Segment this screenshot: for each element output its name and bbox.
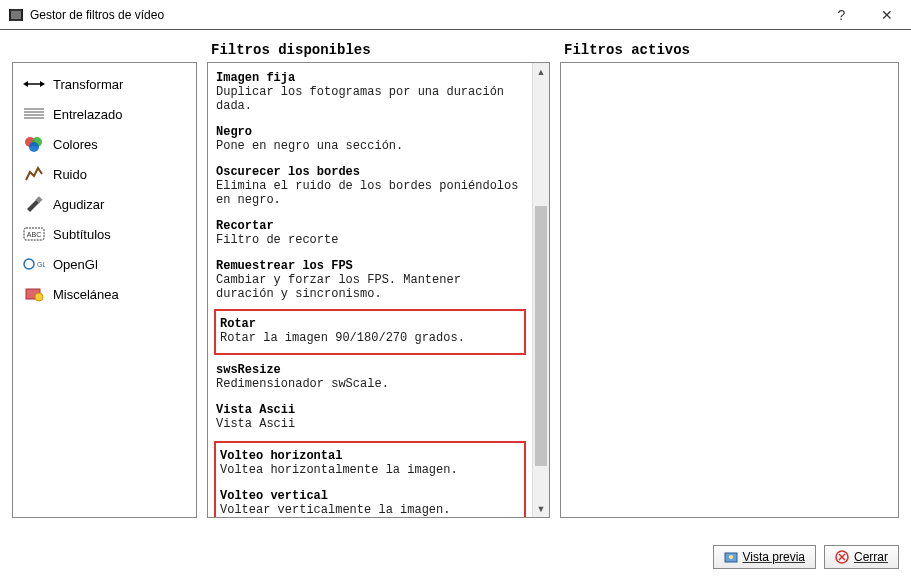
close-button[interactable]: Cerrar — [824, 545, 899, 569]
filter-desc: Voltear verticalmente la imagen. — [220, 503, 520, 517]
filter-vista-ascii[interactable]: Vista Ascii Vista Ascii — [214, 399, 526, 439]
titlebar: Gestor de filtros de vídeo ? ✕ — [0, 0, 911, 30]
filter-desc: Pone en negro una sección. — [216, 139, 524, 153]
filter-desc: Vista Ascii — [216, 417, 524, 431]
svg-point-22 — [729, 555, 733, 559]
filter-name: swsResize — [216, 363, 524, 377]
filter-desc: Redimensionador swScale. — [216, 377, 524, 391]
available-filters-list[interactable]: Imagen fija Duplicar los fotogramas por … — [208, 63, 532, 517]
available-filters-panel: Imagen fija Duplicar los fotogramas por … — [207, 62, 550, 518]
close-icon — [835, 550, 849, 564]
filter-imagen-fija[interactable]: Imagen fija Duplicar los fotogramas por … — [214, 67, 526, 121]
filter-name: Imagen fija — [216, 71, 524, 85]
preview-label: Vista previa — [743, 550, 805, 564]
filter-remuestrear-fps[interactable]: Remuestrear los FPS Cambiar y forzar los… — [214, 255, 526, 309]
colors-icon — [23, 135, 45, 153]
category-miscelanea[interactable]: Miscelánea — [13, 279, 196, 309]
scroll-down-icon[interactable]: ▼ — [533, 500, 549, 517]
filter-desc: Duplicar los fotogramas por una duración… — [216, 85, 524, 113]
active-filters-panel[interactable] — [560, 62, 899, 518]
filter-recortar[interactable]: Recortar Filtro de recorte — [214, 215, 526, 255]
sharpen-icon — [23, 195, 45, 213]
filter-volteo-vertical[interactable]: Volteo vertical Voltear verticalmente la… — [218, 485, 522, 517]
filter-name: Remuestrear los FPS — [216, 259, 524, 273]
filter-desc: Elimina el ruido de los bordes poniéndol… — [216, 179, 524, 207]
filter-desc: Cambiar y forzar los FPS. Mantener durac… — [216, 273, 524, 301]
filter-name: Volteo horizontal — [220, 449, 520, 463]
available-scrollbar[interactable]: ▲ ▼ — [532, 63, 549, 517]
close-label: Cerrar — [854, 550, 888, 564]
highlight-volteo: Volteo horizontal Voltea horizontalmente… — [214, 441, 526, 517]
highlight-rotar: Rotar Rotar la imagen 90/180/270 grados. — [214, 309, 526, 355]
category-label: Entrelazado — [53, 107, 122, 122]
content-area: Transformar Entrelazado Colores Ruido Ag… — [0, 30, 911, 530]
svg-rect-1 — [11, 11, 21, 19]
category-ruido[interactable]: Ruido — [13, 159, 196, 189]
scroll-thumb[interactable] — [535, 206, 547, 466]
button-row: Vista previa Cerrar — [713, 545, 900, 569]
category-label: Subtítulos — [53, 227, 111, 242]
filter-desc: Rotar la imagen 90/180/270 grados. — [220, 331, 520, 345]
category-colores[interactable]: Colores — [13, 129, 196, 159]
filter-desc: Filtro de recorte — [216, 233, 524, 247]
svg-marker-6 — [40, 81, 45, 87]
svg-text:GL: GL — [37, 261, 45, 268]
categories-panel: Transformar Entrelazado Colores Ruido Ag… — [12, 62, 197, 518]
misc-icon — [23, 285, 45, 303]
filter-name: Oscurecer los bordes — [216, 165, 524, 179]
window-title: Gestor de filtros de vídeo — [30, 8, 819, 22]
svg-point-17 — [24, 259, 34, 269]
category-opengl[interactable]: GL OpenGl — [13, 249, 196, 279]
noise-icon — [23, 165, 45, 183]
filter-oscurecer-bordes[interactable]: Oscurecer los bordes Elimina el ruido de… — [214, 161, 526, 215]
filter-negro[interactable]: Negro Pone en negro una sección. — [214, 121, 526, 161]
scroll-up-icon[interactable]: ▲ — [533, 63, 549, 80]
interlace-icon — [23, 105, 45, 123]
preview-button[interactable]: Vista previa — [713, 545, 816, 569]
category-agudizar[interactable]: Agudizar — [13, 189, 196, 219]
svg-point-20 — [35, 293, 43, 301]
help-button[interactable]: ? — [819, 0, 864, 30]
filter-desc: Voltea horizontalmente la imagen. — [220, 463, 520, 477]
filter-name: Rotar — [220, 317, 520, 331]
preview-icon — [724, 550, 738, 564]
filter-name: Vista Ascii — [216, 403, 524, 417]
svg-text:ABC: ABC — [27, 231, 41, 238]
filter-name: Recortar — [216, 219, 524, 233]
filter-volteo-horizontal[interactable]: Volteo horizontal Voltea horizontalmente… — [218, 445, 522, 485]
filter-swsresize[interactable]: swsResize Redimensionador swScale. — [214, 359, 526, 399]
category-label: Transformar — [53, 77, 123, 92]
category-subtitulos[interactable]: ABC Subtítulos — [13, 219, 196, 249]
scroll-track[interactable] — [533, 80, 549, 500]
category-entrelazado[interactable]: Entrelazado — [13, 99, 196, 129]
category-label: Ruido — [53, 167, 87, 182]
category-label: Agudizar — [53, 197, 104, 212]
filter-rotar[interactable]: Rotar Rotar la imagen 90/180/270 grados. — [218, 313, 522, 347]
category-label: Colores — [53, 137, 98, 152]
transform-icon — [23, 75, 45, 93]
svg-point-13 — [29, 142, 39, 152]
opengl-icon: GL — [23, 255, 45, 273]
category-label: Miscelánea — [53, 287, 119, 302]
subtitles-icon: ABC — [23, 225, 45, 243]
filter-name: Volteo vertical — [220, 489, 520, 503]
category-label: OpenGl — [53, 257, 98, 272]
svg-rect-2 — [9, 9, 11, 21]
close-window-button[interactable]: ✕ — [864, 0, 909, 30]
app-icon — [8, 7, 24, 23]
filter-name: Negro — [216, 125, 524, 139]
svg-marker-5 — [23, 81, 28, 87]
category-transformar[interactable]: Transformar — [13, 69, 196, 99]
svg-rect-3 — [21, 9, 23, 21]
